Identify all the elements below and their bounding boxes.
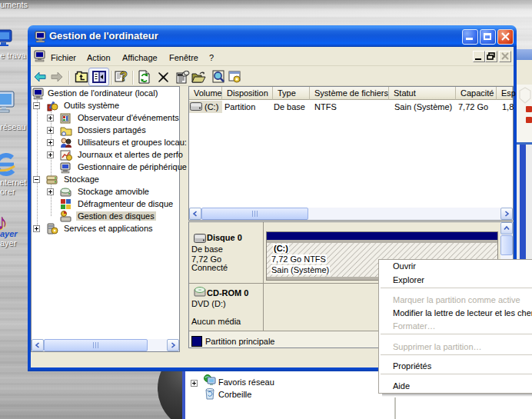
svg-text:?: ? (120, 70, 128, 83)
